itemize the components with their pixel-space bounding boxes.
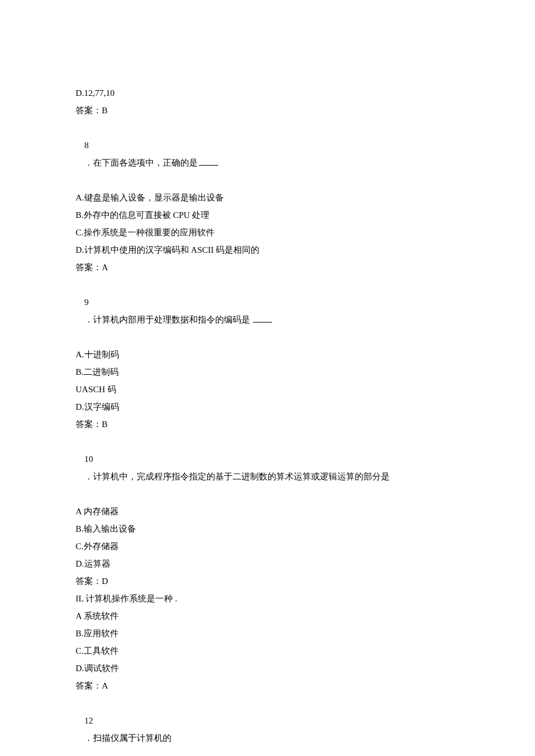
option-a: A 内存储器 (76, 503, 459, 520)
answer-line: 答案：A (76, 259, 459, 276)
option-c: C.操作系统是一种很重要的应用软件 (76, 224, 459, 241)
option-a: A.十进制码 (76, 346, 459, 363)
question-number: 12 (84, 712, 98, 729)
fill-blank (253, 314, 272, 323)
question-number: 9 (84, 293, 98, 311)
option-c: C.外存储器 (76, 538, 459, 555)
answer-line: 答案：A (76, 677, 459, 694)
fill-blank (199, 157, 218, 166)
answer-line: 答案：B (76, 102, 459, 119)
question-text: ．扫描仪属于计算机的 (84, 733, 172, 743)
question-10: 10 ．计算机中，完成程序指令指定的基于二进制数的算术运算或逻辑运算的部分是 (76, 433, 459, 503)
option-d: D.12,77,10 (76, 84, 459, 102)
option-a: A 系统软件 (76, 607, 459, 625)
option-b: B.二进制码 (76, 363, 459, 381)
question-text: ．计算机中，完成程序指令指定的基于二进制数的算术运算或逻辑运算的部分是 (84, 472, 390, 481)
option-c: UASCH 码 (76, 381, 459, 398)
document-page: D.12,77,10 答案：B 8 ．在下面各选项中，正确的是 A.键盘是输入设… (0, 0, 535, 756)
question-text: ．在下面各选项中，正确的是 (84, 158, 198, 167)
option-d: D.调试软件 (76, 660, 459, 677)
question-8: 8 ．在下面各选项中，正确的是 (76, 119, 459, 189)
answer-line: 答案：D (76, 572, 459, 590)
question-9: 9 ．计算机内部用于处理数据和指令的编码是 (76, 276, 459, 346)
question-text: ．计算机内部用于处理数据和指令的编码是 (84, 315, 252, 324)
question-number: 10 (84, 450, 98, 468)
question-11: IL 计算机操作系统是一种 . (76, 590, 459, 607)
option-a: A.键盘是输入设备，显示器是输出设备 (76, 189, 459, 206)
question-12: 12 ．扫描仪属于计算机的 (76, 694, 459, 756)
answer-line: 答案：B (76, 415, 459, 433)
question-number: 8 (84, 137, 98, 154)
option-d: D.汉字编码 (76, 398, 459, 415)
option-b: B.输入输出设备 (76, 520, 459, 538)
option-d: D.运算器 (76, 555, 459, 572)
option-d: D.计算机中使用的汉字编码和 ASCII 码是相同的 (76, 241, 459, 259)
option-b: B.应用软件 (76, 625, 459, 642)
option-b: B.外存中的信息可直接被 CPU 处理 (76, 206, 459, 224)
option-c: C.工具软件 (76, 642, 459, 660)
